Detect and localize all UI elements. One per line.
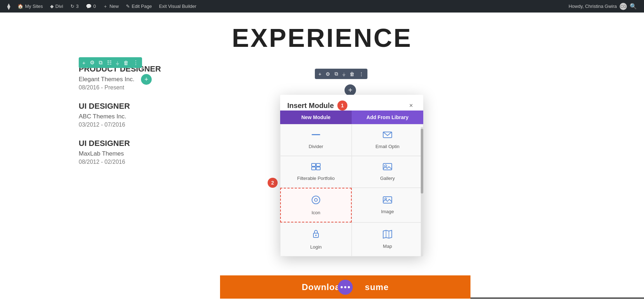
dots-overlay bbox=[338, 280, 353, 295]
row-toolbar: + ⚙ ⧉ ☷ ⏚ 🗑 ⋮ bbox=[79, 57, 142, 68]
svg-rect-2 bbox=[312, 163, 316, 166]
panel-tabs: New Module Add From Library bbox=[280, 111, 423, 124]
image-icon bbox=[382, 196, 392, 206]
job-company-1: Elegant Themes Inc. bbox=[79, 76, 279, 83]
icon-module-icon bbox=[311, 195, 321, 207]
dot-3 bbox=[348, 286, 350, 288]
svg-rect-3 bbox=[316, 163, 320, 166]
module-grid: Divider Email Optin Filterable Portfolio bbox=[280, 124, 423, 256]
comments-menu[interactable]: 💬 0 bbox=[82, 0, 99, 13]
job-entry-1: PRODUCT DESIGNER Elegant Themes Inc. 08/… bbox=[79, 64, 279, 91]
job-date-3: 08/2012 - 02/2016 bbox=[79, 159, 279, 165]
module-image[interactable]: Image bbox=[352, 188, 423, 222]
job-date-1: 08/2016 - Present bbox=[79, 84, 279, 91]
gallery-icon bbox=[382, 163, 392, 173]
svg-point-13 bbox=[315, 235, 317, 236]
module-divider[interactable]: Divider bbox=[280, 124, 352, 156]
panel-close-button[interactable]: × bbox=[406, 100, 416, 111]
plus-icon: ＋ bbox=[103, 3, 108, 10]
row-more-icon[interactable]: ⋮ bbox=[133, 59, 138, 66]
exit-vb-btn[interactable]: Exit Visual Builder bbox=[155, 0, 200, 13]
tab-add-from-library[interactable]: Add From Library bbox=[352, 111, 423, 124]
row-duplicate-icon[interactable]: ⧉ bbox=[99, 59, 103, 66]
module-email-optin[interactable]: Email Optin bbox=[352, 124, 423, 156]
filterable-portfolio-icon bbox=[311, 163, 321, 173]
updates-menu[interactable]: ↻ 3 bbox=[67, 0, 82, 13]
svg-rect-0 bbox=[312, 134, 320, 135]
job-title-2: UI DESIGNER bbox=[79, 102, 279, 111]
add-row-button[interactable]: + bbox=[141, 74, 152, 85]
job-company-2: ABC Themes Inc. bbox=[79, 113, 279, 120]
divider-icon bbox=[311, 131, 321, 141]
svg-rect-5 bbox=[316, 167, 320, 170]
tab-new-module[interactable]: New Module bbox=[280, 111, 352, 124]
module-icon[interactable]: Icon bbox=[280, 188, 352, 222]
admin-user-info: Howdy, Christina Gwira CG 🔍 bbox=[569, 3, 640, 10]
col-duplicate-icon[interactable]: ⧉ bbox=[335, 71, 338, 77]
dot-2 bbox=[344, 286, 346, 288]
dots-circle bbox=[338, 280, 353, 295]
page-title: EXPERIENCE bbox=[0, 13, 644, 60]
insert-module-panel: Insert Module 1 × New Module Add From Li… bbox=[280, 95, 423, 256]
svg-point-8 bbox=[312, 196, 320, 204]
search-icon[interactable]: 🔍 bbox=[630, 3, 637, 10]
col-toggle-icon[interactable]: ⏚ bbox=[342, 71, 345, 77]
page-content: EXPERIENCE + ⚙ ⧉ ☷ ⏚ 🗑 ⋮ + + ⚙ ⧉ ⏚ 🗑 ⋮ +… bbox=[0, 13, 644, 304]
module-map[interactable]: Map bbox=[352, 222, 423, 256]
divi-icon: ◆ bbox=[50, 4, 54, 9]
wp-icon: ⧫ bbox=[7, 3, 10, 10]
row-grid-icon[interactable]: ☷ bbox=[107, 59, 112, 66]
col-more-icon[interactable]: ⋮ bbox=[359, 71, 364, 77]
updates-icon: ↻ bbox=[70, 4, 74, 9]
job-date-2: 03/2012 - 07/2016 bbox=[79, 122, 279, 128]
row-settings-icon[interactable]: ⚙ bbox=[90, 59, 94, 66]
job-entry-3: UI DESIGNER MaxLab Themes 08/2012 - 02/2… bbox=[79, 139, 279, 165]
dot-1 bbox=[341, 286, 343, 288]
email-icon bbox=[382, 131, 392, 141]
panel-scrollbar-thumb bbox=[421, 129, 423, 193]
col-delete-icon[interactable]: 🗑 bbox=[350, 71, 355, 77]
badge-2: 2 bbox=[268, 178, 278, 188]
job-entry-2: UI DESIGNER ABC Themes Inc. 03/2012 - 07… bbox=[79, 102, 279, 128]
row-add-icon[interactable]: + bbox=[82, 60, 86, 66]
job-company-3: MaxLab Themes bbox=[79, 150, 279, 157]
module-gallery[interactable]: Gallery bbox=[352, 156, 423, 188]
module-login[interactable]: Login bbox=[280, 222, 352, 256]
avatar: CG bbox=[620, 3, 627, 10]
svg-point-11 bbox=[385, 198, 387, 200]
col-toolbar: + ⚙ ⧉ ⏚ 🗑 ⋮ bbox=[315, 69, 367, 79]
divi-menu[interactable]: ◆ Divi bbox=[47, 0, 67, 13]
col-add-icon[interactable]: + bbox=[318, 71, 321, 77]
row-delete-icon[interactable]: 🗑 bbox=[123, 60, 129, 66]
module-filterable-portfolio[interactable]: Filterable Portfolio bbox=[280, 156, 352, 188]
home-icon: 🏠 bbox=[18, 4, 23, 9]
map-icon bbox=[382, 230, 392, 241]
panel-scrollbar[interactable] bbox=[421, 127, 423, 256]
edit-page-btn[interactable]: ✎ Edit Page bbox=[122, 0, 155, 13]
panel-title: Insert Module 1 bbox=[287, 100, 347, 111]
col-settings-icon[interactable]: ⚙ bbox=[326, 71, 330, 77]
job-title-3: UI DESIGNER bbox=[79, 139, 279, 148]
wp-logo[interactable]: ⧫ bbox=[4, 0, 14, 13]
login-icon bbox=[312, 229, 320, 241]
badge-1: 1 bbox=[337, 100, 347, 111]
svg-rect-6 bbox=[383, 163, 392, 170]
download-button[interactable]: Download sume bbox=[220, 275, 470, 299]
svg-rect-4 bbox=[312, 167, 316, 170]
job-entries: PRODUCT DESIGNER Elegant Themes Inc. 08/… bbox=[79, 64, 279, 176]
svg-rect-10 bbox=[383, 197, 392, 203]
svg-marker-14 bbox=[383, 230, 392, 238]
svg-point-9 bbox=[314, 198, 317, 201]
admin-bar: ⧫ 🏠 My Sites ◆ Divi ↻ 3 💬 0 ＋ New ✎ Edit… bbox=[0, 0, 644, 13]
panel-header: Insert Module 1 × bbox=[280, 95, 423, 111]
new-menu[interactable]: ＋ New bbox=[99, 0, 122, 13]
edit-icon: ✎ bbox=[126, 4, 130, 9]
my-sites-menu[interactable]: 🏠 My Sites bbox=[14, 0, 47, 13]
row-toggle-icon[interactable]: ⏚ bbox=[116, 60, 119, 66]
comments-icon: 💬 bbox=[86, 4, 92, 9]
